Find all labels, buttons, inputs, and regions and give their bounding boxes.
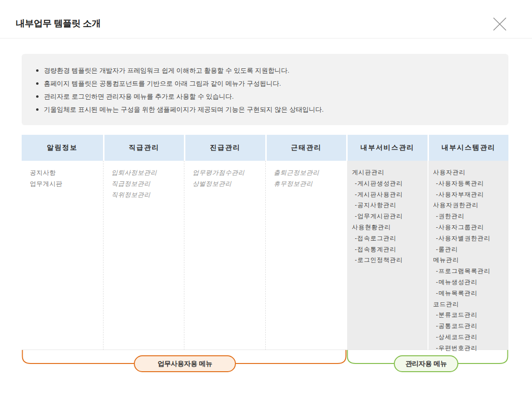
- menu-item: 업무평가점수관리: [193, 167, 261, 178]
- menu-column-4: 근태관리출퇴근정보관리휴무정보관리: [265, 135, 347, 350]
- menu-subitem: -사용자부재관리: [433, 189, 506, 200]
- column-header: 진급관리: [184, 135, 265, 161]
- column-body: 공지사항업무게시판: [22, 161, 103, 350]
- menu-subitem: -권한관리: [433, 211, 506, 222]
- menu-item: 상벌정보관리: [193, 178, 261, 189]
- bullet-dot-icon: [36, 95, 39, 98]
- menu-subitem: -메뉴생성관리: [433, 277, 506, 288]
- menu-column-2: 직급관리입퇴사정보관리직급정보관리직위정보관리: [103, 135, 184, 350]
- menu-item: 직급정보관리: [112, 178, 181, 189]
- page-title: 내부업무 템플릿 소개: [16, 17, 101, 30]
- column-header: 내부시스템관리: [428, 135, 509, 161]
- menu-item: 직위정보관리: [112, 189, 181, 200]
- bullet-dot-icon: [36, 108, 39, 111]
- menu-column-3: 진급관리업무평가점수관리상벌정보관리: [184, 135, 265, 350]
- admin-menu-label: 관리자용 메뉴: [394, 355, 458, 372]
- menu-table: 알림정보공지사항업무게시판직급관리입퇴사정보관리직급정보관리직위정보관리진급관리…: [22, 135, 508, 350]
- menu-subitem: -메뉴목록관리: [433, 288, 506, 299]
- bullet-text: 기울임체로 표시된 메뉴는 구성을 위한 샘플페이지가 제공되며 기능은 구현되…: [44, 103, 324, 116]
- menu-item: 사용현황관리: [352, 222, 425, 233]
- column-body: 사용자관리-사용자등록관리-사용자부재관리사용자권한관리-권한관리-사용자그룹관…: [428, 161, 509, 350]
- menu-subitem: -상세코드관리: [433, 332, 506, 343]
- menu-item: 입퇴사정보관리: [112, 167, 181, 178]
- menu-subitem: -롤관리: [433, 244, 506, 255]
- menu-column-1: 알림정보공지사항업무게시판: [22, 135, 103, 350]
- menu-item: 공지사항: [30, 167, 99, 178]
- modal-header: 내부업무 템플릿 소개: [0, 0, 532, 39]
- bullet-dot-icon: [36, 82, 39, 85]
- menu-subitem: -사용자별권한관리: [433, 233, 506, 244]
- bullet-text: 경량환경 템플릿은 개발자가 프레임워크 쉽게 이해하고 활용할 수 있도록 지…: [44, 64, 289, 77]
- menu-subitem: -업무게시판관리: [352, 211, 425, 222]
- bullet-text: 홈페이지 템플릿은 공통컴포넌트를 기반으로 아래 그림과 같이 메뉴가 구성됩…: [44, 77, 281, 90]
- column-body: 업무평가점수관리상벌정보관리: [184, 161, 265, 350]
- menu-item: 사용자관리: [433, 167, 506, 178]
- column-body: 입퇴사정보관리직급정보관리직위정보관리: [103, 161, 184, 350]
- menu-subitem: -로그인정책관리: [352, 255, 425, 266]
- menu-item: 게시판관리: [352, 167, 425, 178]
- menu-item: 업무게시판: [30, 178, 99, 189]
- menu-item: 메뉴관리: [433, 255, 506, 266]
- intro-panel: 경량환경 템플릿은 개발자가 프레임워크 쉽게 이해하고 활용할 수 있도록 지…: [22, 54, 508, 125]
- intro-bullet-list: 경량환경 템플릿은 개발자가 프레임워크 쉽게 이해하고 활용할 수 있도록 지…: [35, 64, 495, 116]
- menu-subitem: -공통코드관리: [433, 321, 506, 332]
- menu-item: 출퇴근정보관리: [274, 167, 343, 178]
- close-button[interactable]: [492, 16, 508, 32]
- menu-item: 사용자권한관리: [433, 200, 506, 211]
- column-header: 근태관리: [265, 135, 347, 161]
- menu-legend: 업무사용자용 메뉴 관리자용 메뉴: [22, 350, 508, 380]
- menu-column-5: 내부서비스관리게시판관리-게시판생성관리-게시판사용관리-공지사항관리-업무게시…: [346, 135, 428, 350]
- intro-bullet: 경량환경 템플릿은 개발자가 프레임워크 쉽게 이해하고 활용할 수 있도록 지…: [35, 64, 495, 77]
- intro-bullet: 홈페이지 템플릿은 공통컴포넌트를 기반으로 아래 그림과 같이 메뉴가 구성됩…: [35, 77, 495, 90]
- menu-subitem: -접속로그관리: [352, 233, 425, 244]
- menu-subitem: -접속통계관리: [352, 244, 425, 255]
- column-body: 출퇴근정보관리휴무정보관리: [265, 161, 347, 350]
- column-header: 내부서비스관리: [346, 135, 428, 161]
- menu-subitem: -분류코드관리: [433, 310, 506, 321]
- column-body: 게시판관리-게시판생성관리-게시판사용관리-공지사항관리-업무게시판관리사용현황…: [346, 161, 428, 350]
- bullet-text: 관리자로 로그인하면 관리자용 메뉴를 추가로 사용할 수 있습니다.: [44, 90, 234, 103]
- user-menu-label: 업무사용자용 메뉴: [134, 355, 236, 372]
- column-header: 알림정보: [22, 135, 103, 161]
- intro-bullet: 관리자로 로그인하면 관리자용 메뉴를 추가로 사용할 수 있습니다.: [35, 90, 495, 103]
- menu-item: 휴무정보관리: [274, 178, 343, 189]
- menu-subitem: -게시판사용관리: [352, 189, 425, 200]
- intro-bullet: 기울임체로 표시된 메뉴는 구성을 위한 샘플페이지가 제공되며 기능은 구현되…: [35, 103, 495, 116]
- bullet-dot-icon: [36, 69, 39, 72]
- menu-subitem: -사용자등록관리: [433, 178, 506, 189]
- column-header: 직급관리: [103, 135, 184, 161]
- menu-item: 코드관리: [433, 299, 506, 310]
- menu-subitem: -사용자그룹관리: [433, 222, 506, 233]
- menu-subitem: -공지사항관리: [352, 200, 425, 211]
- menu-column-6: 내부시스템관리사용자관리-사용자등록관리-사용자부재관리사용자권한관리-권한관리…: [428, 135, 509, 350]
- menu-subitem: -게시판생성관리: [352, 178, 425, 189]
- close-icon: [492, 16, 508, 32]
- menu-subitem: -프로그램목록관리: [433, 266, 506, 277]
